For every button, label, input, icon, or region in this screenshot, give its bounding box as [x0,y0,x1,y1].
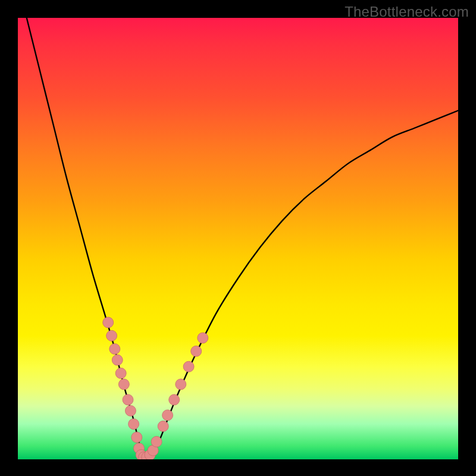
watermark-text: TheBottleneck.com [345,4,469,20]
data-point [148,445,158,456]
data-point [183,361,194,372]
data-point [136,450,146,459]
data-point [142,452,152,459]
data-point [107,330,117,341]
data-point [145,450,155,459]
data-point [198,333,208,343]
data-point [123,394,133,405]
data-point [129,419,139,430]
data-point [125,405,136,416]
data-point [158,421,168,431]
data-point [109,344,120,355]
data-point [151,436,162,447]
data-point [115,368,126,378]
bottleneck-curve [27,18,458,459]
highlight-dots [103,317,208,459]
data-point [191,346,202,356]
data-point [131,432,142,443]
data-point [162,410,173,421]
data-point [112,355,123,365]
data-point [134,443,145,453]
plot-area [18,18,458,459]
data-point [139,452,149,459]
data-point [118,379,129,390]
curve-layer [18,18,458,459]
chart-frame: TheBottleneck.com [0,0,476,476]
data-point [169,394,180,405]
data-point [176,379,186,390]
data-point [103,317,114,328]
